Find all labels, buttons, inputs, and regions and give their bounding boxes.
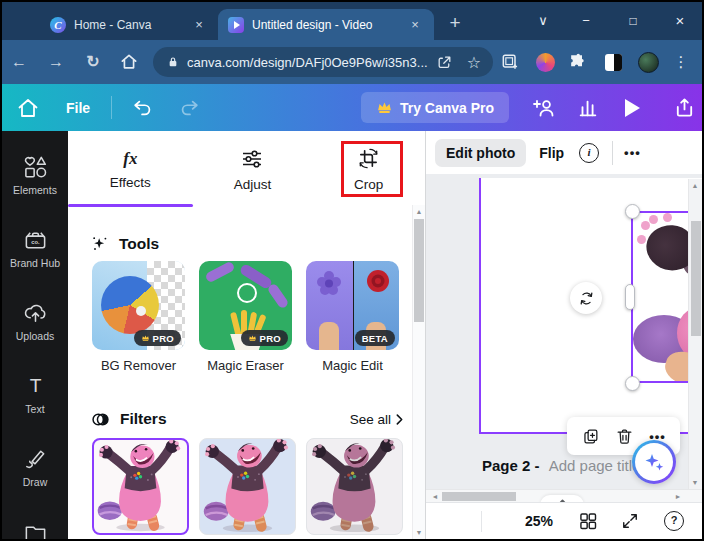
- tab-close-icon[interactable]: ×: [190, 16, 208, 34]
- filter-thumb-muted[interactable]: [306, 438, 403, 535]
- pro-badge: PRO: [134, 330, 182, 346]
- resize-handle-top-left[interactable]: [625, 204, 640, 219]
- window-close-button[interactable]: ×: [666, 2, 694, 40]
- resize-handle-left[interactable]: [625, 284, 635, 310]
- canva-editor-header: File Try Canva Pro: [2, 84, 702, 131]
- tool-card-magic-eraser[interactable]: PRO Magic Eraser: [199, 261, 292, 374]
- canva-assistant-button[interactable]: [632, 440, 676, 484]
- active-tab-underline: [68, 204, 193, 208]
- share-with-people-button[interactable]: [531, 84, 557, 131]
- sidebar-item-text[interactable]: T Text: [2, 370, 68, 443]
- share-export-icon: [673, 96, 696, 119]
- hand-graphic: [319, 322, 339, 350]
- browser-menu-icon[interactable]: ⋮: [673, 50, 689, 74]
- present-button[interactable]: [625, 84, 640, 131]
- edit-photo-button[interactable]: Edit photo: [435, 139, 526, 167]
- share-page-icon[interactable]: [436, 54, 453, 71]
- sidebar-item-draw[interactable]: Draw: [2, 443, 68, 516]
- home-icon: [16, 96, 40, 120]
- zoom-level-button[interactable]: 25%: [514, 503, 564, 539]
- sidebar-item-label: Text: [25, 403, 44, 415]
- sidebar-item-brand-hub[interactable]: co. Brand Hub: [2, 224, 68, 297]
- browser-tab-design[interactable]: Untitled design - Video ×: [218, 9, 434, 40]
- beta-badge: BETA: [355, 330, 395, 346]
- back-button[interactable]: ←: [6, 50, 32, 74]
- panel-scrollbar[interactable]: ▲ ▼: [412, 205, 425, 539]
- sidebar-item-label: Elements: [13, 184, 57, 196]
- tab-adjust[interactable]: Adjust: [193, 131, 313, 207]
- delete-page-icon[interactable]: [615, 427, 634, 446]
- panel-scrollbar-thumb[interactable]: [414, 219, 424, 322]
- window-minimize-button[interactable]: −: [572, 2, 600, 40]
- info-icon[interactable]: i: [579, 143, 599, 163]
- tab-title: Untitled design - Video: [252, 18, 406, 32]
- colorful-extension-icon[interactable]: [533, 50, 557, 74]
- horizontal-scrollbar-thumb[interactable]: [442, 492, 516, 501]
- redo-button[interactable]: [178, 84, 200, 131]
- scroll-up-icon[interactable]: ▲: [413, 208, 425, 215]
- rotate-handle[interactable]: [570, 282, 602, 314]
- new-tab-button[interactable]: +: [442, 10, 468, 36]
- screenshot-extension-icon[interactable]: [498, 50, 522, 74]
- forward-button[interactable]: →: [43, 50, 69, 74]
- window-maximize-button[interactable]: □: [619, 2, 647, 40]
- resize-handle-bottom-left[interactable]: [625, 376, 640, 391]
- chevron-right-icon: [396, 414, 403, 425]
- photo-effects-panel: fx Effects Adjust: [68, 131, 426, 539]
- vertical-scrollbar-thumb[interactable]: [691, 221, 701, 336]
- canvas-vertical-scrollbar[interactable]: ▲ ▼: [688, 179, 702, 489]
- tab-effects[interactable]: fx Effects: [68, 131, 193, 207]
- dark-mode-extension-icon[interactable]: [601, 50, 625, 74]
- tool-card-bg-remover[interactable]: PRO BG Remover: [92, 261, 185, 374]
- bottom-bar-divider: [481, 511, 482, 532]
- bookmark-star-icon[interactable]: ☆: [467, 53, 481, 72]
- browser-window: C Home - Canva × Untitled design - Video…: [0, 0, 704, 541]
- tool-card-magic-edit[interactable]: BETA Magic Edit: [306, 261, 399, 374]
- redo-icon: [178, 97, 200, 119]
- extensions-puzzle-icon[interactable]: [565, 50, 589, 74]
- canvas-bottom-bar: 25% ?: [426, 502, 702, 539]
- scroll-down-icon[interactable]: ▼: [413, 529, 425, 536]
- tab-search-chevron-icon[interactable]: ∨: [529, 2, 557, 40]
- reload-button[interactable]: ↻: [80, 50, 106, 74]
- export-button[interactable]: [673, 84, 696, 131]
- beach-ball-graphic: [101, 276, 159, 334]
- sidebar-item-uploads[interactable]: Uploads: [2, 297, 68, 370]
- bar-chart-icon: [577, 97, 599, 119]
- object-panel-rail: Elements co. Brand Hub Uploads T: [2, 131, 68, 539]
- sidebar-item-projects[interactable]: [2, 516, 68, 541]
- profile-avatar[interactable]: [636, 50, 660, 74]
- insights-button[interactable]: [577, 84, 599, 131]
- try-canva-pro-button[interactable]: Try Canva Pro: [361, 92, 509, 123]
- image-context-toolbar: Edit photo Flip i •••: [426, 131, 702, 174]
- filter-thumb-cool[interactable]: [199, 438, 296, 535]
- page-title-placeholder[interactable]: Add page title: [549, 457, 641, 474]
- uploads-cloud-icon: [23, 300, 48, 325]
- sidebar-item-elements[interactable]: Elements: [2, 151, 68, 224]
- scroll-left-icon[interactable]: ◄: [429, 493, 441, 500]
- undo-button[interactable]: [132, 84, 154, 131]
- grid-view-icon[interactable]: [578, 511, 598, 531]
- fullscreen-icon[interactable]: [620, 511, 640, 531]
- scroll-up-icon[interactable]: ▲: [689, 182, 701, 189]
- help-button[interactable]: ?: [664, 511, 684, 531]
- scroll-down-icon[interactable]: ▼: [689, 479, 701, 486]
- flip-button[interactable]: Flip: [539, 145, 564, 161]
- filters-icon: [90, 409, 111, 430]
- filter-thumb-selected[interactable]: [92, 438, 189, 535]
- tab-close-icon[interactable]: ×: [406, 16, 424, 34]
- canva-home-button[interactable]: [16, 84, 40, 131]
- tab-label: Effects: [110, 175, 151, 190]
- file-menu-button[interactable]: File: [60, 84, 96, 131]
- url-omnibox[interactable]: canva.com/design/DAFj0Oe9P6w/i35n3... ☆: [153, 47, 493, 77]
- add-people-icon: [531, 96, 557, 120]
- browser-tab-home[interactable]: C Home - Canva ×: [40, 9, 218, 40]
- page-label[interactable]: Page 2 - Add page title: [482, 457, 640, 474]
- duplicate-page-icon[interactable]: [581, 427, 600, 446]
- canvas-area: Edit photo Flip i •••: [426, 131, 702, 539]
- scroll-right-icon[interactable]: ►: [672, 493, 684, 500]
- see-all-link[interactable]: See all: [350, 412, 403, 427]
- browser-home-button[interactable]: [116, 50, 142, 74]
- more-options-icon[interactable]: •••: [624, 145, 641, 160]
- tools-section: Tools PRO BG Remover: [68, 233, 425, 374]
